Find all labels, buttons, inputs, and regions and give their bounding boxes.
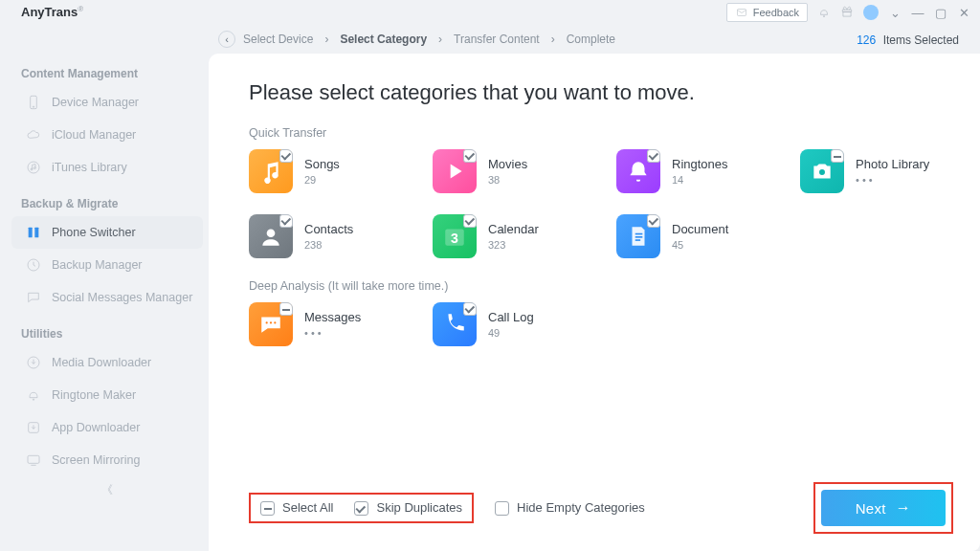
crumb-select-category[interactable]: Select Category [340,33,427,46]
screen-icon [25,452,42,469]
gift-icon[interactable] [840,6,854,19]
svg-rect-2 [31,96,37,108]
sidebar: Content Management Device Manager iCloud… [0,54,209,551]
next-button[interactable]: Next → [821,490,946,526]
title-bar: AnyTrans® Feedback ⌄ — ▢ ✕ [0,0,980,25]
category-movies[interactable]: Movies38 [433,149,586,193]
svg-point-22 [270,321,272,323]
svg-rect-13 [28,455,39,463]
select-all-checkbox[interactable]: Select All [260,500,333,516]
calllog-checkbox[interactable] [463,302,477,316]
sidebar-expand[interactable]: 《 [11,476,203,498]
category-contacts[interactable]: Contacts238 [249,214,402,258]
items-selected: 126 Items Selected [857,31,959,48]
svg-point-4 [28,162,39,173]
svg-point-14 [818,168,826,176]
sidebar-item-app-downloader[interactable]: App Downloader [11,411,203,444]
sidebar-item-screen-mirroring[interactable]: Screen Mirroring [11,444,203,476]
close-button[interactable]: ✕ [957,6,970,20]
svg-rect-8 [34,228,38,238]
svg-rect-0 [737,10,746,16]
sidebar-item-icloud-manager[interactable]: iCloud Manager [11,119,203,151]
sidebar-group-content: Content Management [11,54,203,86]
chat-icon [25,289,42,306]
contacts-checkbox[interactable] [279,214,293,228]
sidebar-item-device-manager[interactable]: Device Manager [11,86,203,119]
envelope-icon [735,6,748,19]
maximize-button[interactable]: ▢ [934,6,947,20]
category-call-log[interactable]: Call Log49 [433,302,586,346]
crumb-complete: Complete [567,33,615,46]
svg-point-3 [33,106,33,107]
svg-text:3: 3 [451,231,458,246]
ringtones-checkbox[interactable] [647,149,660,163]
breadcrumb-row: ‹ Select Device › Select Category › Tran… [0,25,980,54]
calendar-checkbox[interactable] [463,214,477,228]
sidebar-item-social-messages[interactable]: Social Messages Manager [11,281,203,314]
svg-rect-19 [635,236,643,238]
movies-checkbox[interactable] [463,149,477,163]
section-quick-transfer: Quick Transfer [249,126,953,140]
messages-checkbox[interactable] [279,302,293,316]
svg-point-15 [267,229,276,237]
breadcrumb-back[interactable]: ‹ [218,31,235,48]
phone-icon [25,94,42,111]
feedback-button[interactable]: Feedback [726,3,808,22]
svg-rect-7 [29,228,33,238]
sidebar-item-media-downloader[interactable]: Media Downloader [11,346,203,379]
highlight-selectall-skipdup: Select All Skip Duplicates [249,493,474,523]
main-panel: Please select categories that you want t… [209,54,980,551]
hide-empty-checkbox[interactable]: Hide Empty Categories [495,500,645,516]
download-icon [25,354,42,371]
category-document[interactable]: Document45 [616,214,769,258]
svg-rect-20 [635,239,640,241]
app-brand: AnyTrans® [21,5,83,19]
highlight-next: Next → [813,482,953,534]
switch-icon [25,224,42,241]
sidebar-item-backup-manager[interactable]: Backup Manager [11,249,203,281]
category-messages[interactable]: Messages• • • [249,302,402,346]
clock-icon [25,256,42,274]
avatar[interactable] [863,5,879,20]
page-title: Please select categories that you want t… [249,80,953,105]
sidebar-group-utilities: Utilities [11,314,203,346]
arrow-right-icon: → [896,499,911,517]
feedback-label: Feedback [753,7,799,18]
crumb-transfer-content: Transfer Content [454,33,540,46]
title-bar-right: Feedback ⌄ — ▢ ✕ [726,3,970,22]
svg-rect-18 [635,233,643,235]
chevron-down-icon[interactable]: ⌄ [888,6,902,20]
items-count-suffix: Items Selected [883,33,959,47]
category-calendar[interactable]: 3 Calendar323 [433,214,586,258]
crumb-select-device[interactable]: Select Device [243,33,313,46]
svg-point-21 [266,321,268,323]
svg-point-1 [823,16,824,17]
category-photo-library[interactable]: Photo Library• • • [800,149,953,193]
section-deep-analysis: Deep Analysis (It will take more time.) [249,279,953,293]
songs-checkbox[interactable] [279,149,293,163]
svg-point-11 [33,399,33,400]
skip-duplicates-checkbox[interactable]: Skip Duplicates [354,500,462,516]
category-ringtones[interactable]: Ringtones14 [616,149,769,193]
svg-point-23 [274,321,276,323]
sidebar-group-backup: Backup & Migrate [11,184,203,216]
minimize-button[interactable]: — [911,6,924,20]
category-songs[interactable]: Songs29 [249,149,402,193]
bell-outline-icon [25,386,42,404]
music-note-icon [25,159,42,176]
photo-checkbox[interactable] [831,149,844,163]
bell-icon[interactable] [817,6,831,19]
document-checkbox[interactable] [647,214,660,228]
sidebar-item-ringtone-maker[interactable]: Ringtone Maker [11,379,203,411]
app-icon [25,419,42,436]
sidebar-item-itunes-library[interactable]: iTunes Library [11,151,203,184]
svg-point-6 [33,167,35,169]
cloud-icon [25,126,42,143]
items-count: 126 [857,33,876,47]
bottom-bar: Select All Skip Duplicates Hide Empty Ca… [249,467,953,534]
sidebar-item-phone-switcher[interactable]: Phone Switcher [11,216,203,249]
svg-point-5 [31,168,33,170]
